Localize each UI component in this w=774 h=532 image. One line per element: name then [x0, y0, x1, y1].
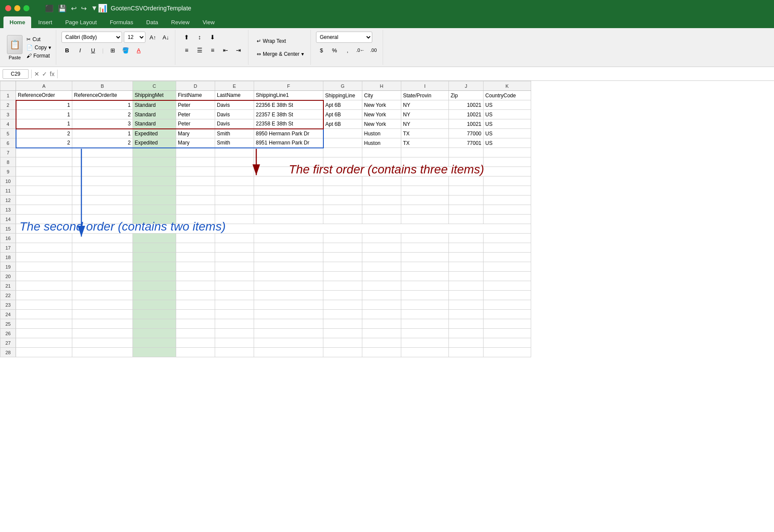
cell-J1[interactable]: Zip — [449, 91, 484, 100]
col-header-E[interactable]: E — [215, 81, 254, 91]
cell-J4[interactable]: 10021 — [449, 119, 484, 129]
cell-H3[interactable]: New York — [362, 110, 401, 119]
cancel-formula-icon[interactable]: ✕ — [34, 71, 39, 77]
cell-C4[interactable]: Standard — [133, 119, 176, 129]
cell-A5[interactable]: 2 — [16, 129, 72, 138]
cell-K5[interactable]: US — [484, 129, 531, 138]
col-header-G[interactable]: G — [323, 81, 362, 91]
cell-G5[interactable] — [323, 129, 362, 138]
borders-button[interactable]: ⊞ — [107, 45, 118, 56]
cell-K3[interactable]: US — [484, 110, 531, 119]
decrease-decimal-button[interactable]: .0← — [355, 45, 366, 56]
comma-button[interactable]: , — [342, 45, 353, 56]
fill-color-button[interactable]: 🪣 — [120, 45, 131, 56]
col-header-K[interactable]: K — [484, 81, 531, 91]
increase-decimal-button[interactable]: .00 — [368, 45, 379, 56]
confirm-formula-icon[interactable]: ✓ — [42, 71, 47, 77]
cell-J5[interactable]: 77000 — [449, 129, 484, 138]
cell-D3[interactable]: Peter — [176, 110, 215, 119]
cell-D2[interactable]: Peter — [176, 100, 215, 110]
cell-F4[interactable]: 22358 E 38th St — [254, 119, 323, 129]
sidebar-icon[interactable]: ⬛ — [45, 4, 54, 13]
cell-D4[interactable]: Peter — [176, 119, 215, 129]
cell-C5[interactable]: Expedited — [133, 129, 176, 138]
cell-C1[interactable]: ShippingMet — [133, 91, 176, 100]
merge-center-button[interactable]: ⇔ Merge & Center ▾ — [254, 48, 307, 60]
cell-F6[interactable]: 8951 Hermann Park Dr — [254, 138, 323, 148]
customize-icon[interactable]: ▼ — [91, 4, 98, 13]
cell-C3[interactable]: Standard — [133, 110, 176, 119]
cell-D5[interactable]: Mary — [176, 129, 215, 138]
percent-button[interactable]: % — [329, 45, 340, 56]
maximize-button[interactable] — [23, 5, 29, 11]
cell-K4[interactable]: US — [484, 119, 531, 129]
font-color-button[interactable]: A — [133, 45, 144, 56]
col-header-F[interactable]: F — [254, 81, 323, 91]
bold-button[interactable]: B — [61, 45, 73, 56]
cell-A6[interactable]: 2 — [16, 138, 72, 148]
save-icon[interactable]: 💾 — [58, 4, 67, 13]
cell-reference-box[interactable]: C29 — [3, 69, 29, 79]
undo-icon[interactable]: ↩ — [71, 4, 77, 13]
cell-G3[interactable]: Apt 6B — [323, 110, 362, 119]
cell-J2[interactable]: 10021 — [449, 100, 484, 110]
window-controls[interactable] — [5, 5, 29, 11]
cell-A1[interactable]: ReferenceOrder — [16, 91, 72, 100]
tab-formulas[interactable]: Formulas — [104, 16, 139, 28]
increase-indent-button[interactable]: ⇥ — [232, 45, 245, 56]
cell-G1[interactable]: ShippingLine — [323, 91, 362, 100]
cell-J6[interactable]: 77001 — [449, 138, 484, 148]
cell-E5[interactable]: Smith — [215, 129, 254, 138]
cell-G4[interactable]: Apt 6B — [323, 119, 362, 129]
col-header-H[interactable]: H — [362, 81, 401, 91]
cell-G2[interactable]: Apt 6B — [323, 100, 362, 110]
cell-K6[interactable]: US — [484, 138, 531, 148]
cell-J3[interactable]: 10021 — [449, 110, 484, 119]
align-center-button[interactable]: ☰ — [194, 45, 206, 56]
cell-C2[interactable]: Standard — [133, 100, 176, 110]
tab-page-layout[interactable]: Page Layout — [59, 16, 103, 28]
shrink-font-button[interactable]: A↓ — [160, 32, 171, 43]
tab-view[interactable]: View — [197, 16, 221, 28]
align-left-button[interactable]: ≡ — [181, 45, 193, 56]
tab-home[interactable]: Home — [3, 16, 31, 28]
cell-I4[interactable]: NY — [401, 119, 449, 129]
cell-B4[interactable]: 3 — [72, 119, 133, 129]
cell-H5[interactable]: Huston — [362, 129, 401, 138]
italic-button[interactable]: I — [74, 45, 86, 56]
minimize-button[interactable] — [14, 5, 20, 11]
font-size-select[interactable]: 12 — [124, 32, 145, 43]
cell-G6[interactable] — [323, 138, 362, 148]
cut-button[interactable]: ✂ Cut — [25, 36, 52, 43]
cell-K2[interactable]: US — [484, 100, 531, 110]
cell-B3[interactable]: 2 — [72, 110, 133, 119]
spreadsheet[interactable]: A B C D E F G H I J K 1 ReferenceOrder R… — [0, 81, 774, 532]
col-header-A[interactable]: A — [16, 81, 72, 91]
formula-input[interactable] — [60, 69, 771, 79]
col-header-C[interactable]: C — [133, 81, 176, 91]
cell-D1[interactable]: FirstName — [176, 91, 215, 100]
cell-I6[interactable]: TX — [401, 138, 449, 148]
align-middle-button[interactable]: ↕ — [194, 32, 206, 43]
tab-data[interactable]: Data — [140, 16, 164, 28]
align-top-button[interactable]: ⬆ — [181, 32, 193, 43]
format-button[interactable]: 🖌 Format — [25, 52, 52, 59]
tab-review[interactable]: Review — [165, 16, 196, 28]
cell-C6[interactable]: Expedited — [133, 138, 176, 148]
wrap-text-button[interactable]: ↵ Wrap Text — [254, 35, 307, 47]
decrease-indent-button[interactable]: ⇤ — [219, 45, 232, 56]
cell-A4[interactable]: 1 — [16, 119, 72, 129]
insert-function-icon[interactable]: fx — [50, 71, 55, 77]
redo-icon[interactable]: ↪ — [81, 4, 87, 13]
grow-font-button[interactable]: A↑ — [147, 32, 158, 43]
cell-B6[interactable]: 2 — [72, 138, 133, 148]
accounting-format-button[interactable]: $ — [316, 45, 327, 56]
cell-H4[interactable]: New York — [362, 119, 401, 129]
cell-A2[interactable]: 1 — [16, 100, 72, 110]
cell-B2[interactable]: 1 — [72, 100, 133, 110]
cell-E3[interactable]: Davis — [215, 110, 254, 119]
font-name-select[interactable]: Calibri (Body) — [61, 32, 122, 43]
cell-I5[interactable]: TX — [401, 129, 449, 138]
close-button[interactable] — [5, 5, 11, 11]
cell-F5[interactable]: 8950 Hermann Park Dr — [254, 129, 323, 138]
